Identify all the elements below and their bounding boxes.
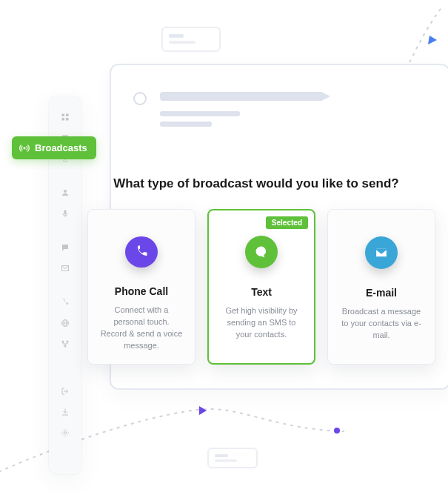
- svg-point-9: [64, 190, 67, 193]
- svg-rect-4: [66, 118, 69, 121]
- sidebar-item-download[interactable]: [61, 408, 70, 416]
- card-text[interactable]: Selected Text Get high visibility by sen…: [207, 209, 315, 365]
- sidebar-item-mic[interactable]: [61, 209, 70, 218]
- decorative-popup: [207, 448, 258, 468]
- decorative-arrow-icon: [199, 406, 208, 415]
- card-title: Text: [251, 286, 272, 298]
- card-title: E-mail: [366, 287, 397, 299]
- card-desc: Connect with a personal touch. Record & …: [98, 305, 184, 352]
- sidebar-item-chat[interactable]: [61, 243, 70, 252]
- svg-point-0: [334, 428, 340, 434]
- phone-icon: [125, 236, 158, 268]
- page-heading: What type of broadcast would you like to…: [101, 176, 412, 191]
- svg-point-17: [64, 345, 67, 348]
- sidebar-item-logout[interactable]: [61, 387, 70, 396]
- sidebar-item-dashboard[interactable]: [61, 113, 70, 122]
- svg-point-18: [64, 432, 67, 434]
- sidebar-item-settings[interactable]: [61, 428, 70, 437]
- decorative-popup: [161, 27, 221, 52]
- sidebar-item-mail[interactable]: [61, 264, 70, 273]
- card-title: Phone Call: [115, 285, 168, 297]
- broadcasts-tag-label: Broadcasts: [35, 142, 87, 153]
- broadcast-type-cards: Phone Call Connect with a personal touch…: [87, 209, 435, 365]
- svg-rect-1: [62, 114, 65, 117]
- sidebar-item-phone[interactable]: [61, 298, 70, 307]
- broadcasts-tag[interactable]: Broadcasts: [12, 136, 96, 159]
- chat-icon: [245, 236, 278, 268]
- decorative-arrow-icon: [428, 36, 438, 46]
- card-email[interactable]: E-mail Broadcast a message to your conta…: [327, 209, 435, 365]
- card-phone-call[interactable]: Phone Call Connect with a personal touch…: [87, 209, 195, 365]
- svg-point-19: [24, 147, 26, 149]
- card-desc: Broadcast a message to your contacts via…: [338, 306, 424, 342]
- mail-icon: [365, 236, 398, 269]
- card-desc: Get high visibility by sending an SMS to…: [219, 305, 304, 341]
- svg-point-16: [67, 341, 69, 343]
- svg-rect-2: [66, 114, 69, 117]
- skeleton-line: [160, 122, 212, 127]
- skeleton-line: [160, 111, 240, 116]
- selected-badge: Selected: [266, 216, 308, 229]
- broadcast-icon: [19, 143, 30, 153]
- skeleton-avatar: [133, 92, 147, 105]
- svg-rect-3: [62, 118, 65, 121]
- svg-rect-10: [64, 210, 67, 215]
- decorative-dot-icon: [333, 427, 341, 434]
- sidebar-item-flow[interactable]: [61, 339, 70, 348]
- sidebar-item-contacts[interactable]: [61, 188, 70, 197]
- skeleton-breadcrumb: [160, 92, 330, 101]
- sidebar-item-globe[interactable]: [61, 319, 70, 328]
- svg-point-15: [62, 341, 64, 343]
